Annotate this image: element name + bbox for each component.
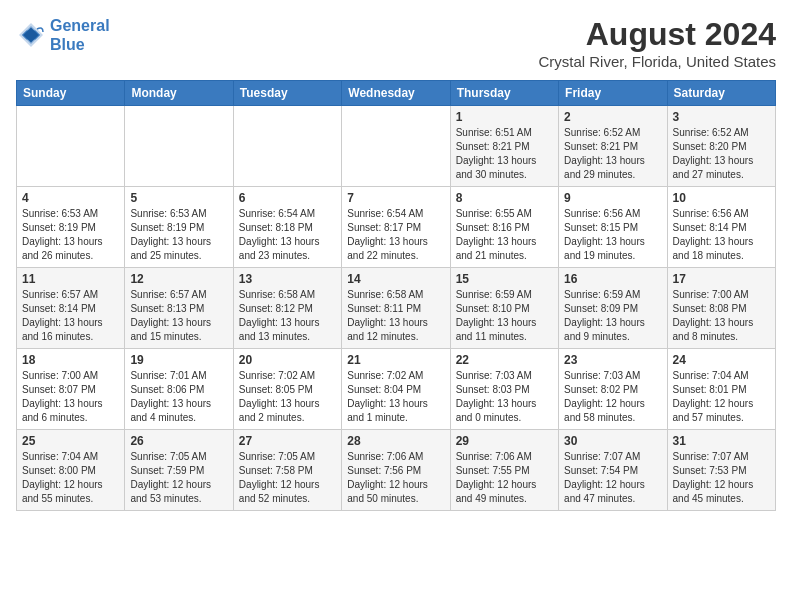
calendar-cell: 20Sunrise: 7:02 AM Sunset: 8:05 PM Dayli… <box>233 349 341 430</box>
days-header-row: SundayMondayTuesdayWednesdayThursdayFrid… <box>17 81 776 106</box>
day-number: 18 <box>22 353 119 367</box>
day-info: Sunrise: 7:03 AM Sunset: 8:03 PM Dayligh… <box>456 369 553 425</box>
day-number: 11 <box>22 272 119 286</box>
header-wednesday: Wednesday <box>342 81 450 106</box>
week-row-2: 4Sunrise: 6:53 AM Sunset: 8:19 PM Daylig… <box>17 187 776 268</box>
day-info: Sunrise: 7:06 AM Sunset: 7:55 PM Dayligh… <box>456 450 553 506</box>
calendar-cell: 31Sunrise: 7:07 AM Sunset: 7:53 PM Dayli… <box>667 430 775 511</box>
day-info: Sunrise: 6:54 AM Sunset: 8:17 PM Dayligh… <box>347 207 444 263</box>
day-info: Sunrise: 7:02 AM Sunset: 8:05 PM Dayligh… <box>239 369 336 425</box>
day-number: 10 <box>673 191 770 205</box>
day-number: 1 <box>456 110 553 124</box>
week-row-3: 11Sunrise: 6:57 AM Sunset: 8:14 PM Dayli… <box>17 268 776 349</box>
day-info: Sunrise: 6:54 AM Sunset: 8:18 PM Dayligh… <box>239 207 336 263</box>
day-info: Sunrise: 6:53 AM Sunset: 8:19 PM Dayligh… <box>130 207 227 263</box>
day-number: 8 <box>456 191 553 205</box>
header-thursday: Thursday <box>450 81 558 106</box>
calendar-cell: 4Sunrise: 6:53 AM Sunset: 8:19 PM Daylig… <box>17 187 125 268</box>
logo-line1: General <box>50 17 110 34</box>
header-tuesday: Tuesday <box>233 81 341 106</box>
calendar-cell: 13Sunrise: 6:58 AM Sunset: 8:12 PM Dayli… <box>233 268 341 349</box>
day-info: Sunrise: 6:53 AM Sunset: 8:19 PM Dayligh… <box>22 207 119 263</box>
day-info: Sunrise: 7:04 AM Sunset: 8:01 PM Dayligh… <box>673 369 770 425</box>
day-number: 19 <box>130 353 227 367</box>
calendar-cell: 2Sunrise: 6:52 AM Sunset: 8:21 PM Daylig… <box>559 106 667 187</box>
calendar-cell: 17Sunrise: 7:00 AM Sunset: 8:08 PM Dayli… <box>667 268 775 349</box>
day-number: 14 <box>347 272 444 286</box>
day-number: 2 <box>564 110 661 124</box>
calendar-cell: 30Sunrise: 7:07 AM Sunset: 7:54 PM Dayli… <box>559 430 667 511</box>
day-info: Sunrise: 7:05 AM Sunset: 7:58 PM Dayligh… <box>239 450 336 506</box>
calendar-cell: 18Sunrise: 7:00 AM Sunset: 8:07 PM Dayli… <box>17 349 125 430</box>
calendar-cell: 8Sunrise: 6:55 AM Sunset: 8:16 PM Daylig… <box>450 187 558 268</box>
day-number: 16 <box>564 272 661 286</box>
day-number: 25 <box>22 434 119 448</box>
calendar-cell: 26Sunrise: 7:05 AM Sunset: 7:59 PM Dayli… <box>125 430 233 511</box>
calendar-cell: 3Sunrise: 6:52 AM Sunset: 8:20 PM Daylig… <box>667 106 775 187</box>
day-info: Sunrise: 6:57 AM Sunset: 8:14 PM Dayligh… <box>22 288 119 344</box>
calendar-cell: 28Sunrise: 7:06 AM Sunset: 7:56 PM Dayli… <box>342 430 450 511</box>
logo-line2: Blue <box>50 36 85 53</box>
day-info: Sunrise: 7:05 AM Sunset: 7:59 PM Dayligh… <box>130 450 227 506</box>
day-info: Sunrise: 7:03 AM Sunset: 8:02 PM Dayligh… <box>564 369 661 425</box>
day-number: 12 <box>130 272 227 286</box>
week-row-5: 25Sunrise: 7:04 AM Sunset: 8:00 PM Dayli… <box>17 430 776 511</box>
day-info: Sunrise: 7:04 AM Sunset: 8:00 PM Dayligh… <box>22 450 119 506</box>
day-number: 7 <box>347 191 444 205</box>
day-info: Sunrise: 7:00 AM Sunset: 8:07 PM Dayligh… <box>22 369 119 425</box>
day-info: Sunrise: 6:59 AM Sunset: 8:10 PM Dayligh… <box>456 288 553 344</box>
calendar-cell: 15Sunrise: 6:59 AM Sunset: 8:10 PM Dayli… <box>450 268 558 349</box>
day-info: Sunrise: 7:06 AM Sunset: 7:56 PM Dayligh… <box>347 450 444 506</box>
day-info: Sunrise: 6:52 AM Sunset: 8:20 PM Dayligh… <box>673 126 770 182</box>
logo: General Blue <box>16 16 110 54</box>
day-number: 29 <box>456 434 553 448</box>
day-info: Sunrise: 6:56 AM Sunset: 8:14 PM Dayligh… <box>673 207 770 263</box>
week-row-4: 18Sunrise: 7:00 AM Sunset: 8:07 PM Dayli… <box>17 349 776 430</box>
calendar-cell: 24Sunrise: 7:04 AM Sunset: 8:01 PM Dayli… <box>667 349 775 430</box>
day-info: Sunrise: 7:01 AM Sunset: 8:06 PM Dayligh… <box>130 369 227 425</box>
calendar-cell: 11Sunrise: 6:57 AM Sunset: 8:14 PM Dayli… <box>17 268 125 349</box>
day-info: Sunrise: 7:07 AM Sunset: 7:54 PM Dayligh… <box>564 450 661 506</box>
day-number: 17 <box>673 272 770 286</box>
calendar-cell <box>17 106 125 187</box>
calendar-cell: 6Sunrise: 6:54 AM Sunset: 8:18 PM Daylig… <box>233 187 341 268</box>
day-number: 9 <box>564 191 661 205</box>
day-number: 23 <box>564 353 661 367</box>
day-number: 13 <box>239 272 336 286</box>
header: General Blue August 2024 Crystal River, … <box>16 16 776 70</box>
logo-text: General Blue <box>50 16 110 54</box>
calendar-cell: 19Sunrise: 7:01 AM Sunset: 8:06 PM Dayli… <box>125 349 233 430</box>
calendar-cell: 25Sunrise: 7:04 AM Sunset: 8:00 PM Dayli… <box>17 430 125 511</box>
day-info: Sunrise: 7:07 AM Sunset: 7:53 PM Dayligh… <box>673 450 770 506</box>
day-info: Sunrise: 6:57 AM Sunset: 8:13 PM Dayligh… <box>130 288 227 344</box>
header-sunday: Sunday <box>17 81 125 106</box>
day-info: Sunrise: 6:59 AM Sunset: 8:09 PM Dayligh… <box>564 288 661 344</box>
calendar-cell <box>342 106 450 187</box>
calendar-table: SundayMondayTuesdayWednesdayThursdayFrid… <box>16 80 776 511</box>
logo-icon <box>16 20 46 50</box>
day-number: 4 <box>22 191 119 205</box>
day-number: 26 <box>130 434 227 448</box>
page-subtitle: Crystal River, Florida, United States <box>538 53 776 70</box>
calendar-cell: 16Sunrise: 6:59 AM Sunset: 8:09 PM Dayli… <box>559 268 667 349</box>
day-number: 24 <box>673 353 770 367</box>
day-number: 20 <box>239 353 336 367</box>
calendar-cell: 1Sunrise: 6:51 AM Sunset: 8:21 PM Daylig… <box>450 106 558 187</box>
day-info: Sunrise: 6:58 AM Sunset: 8:12 PM Dayligh… <box>239 288 336 344</box>
calendar-cell: 23Sunrise: 7:03 AM Sunset: 8:02 PM Dayli… <box>559 349 667 430</box>
day-info: Sunrise: 6:55 AM Sunset: 8:16 PM Dayligh… <box>456 207 553 263</box>
day-number: 6 <box>239 191 336 205</box>
header-friday: Friday <box>559 81 667 106</box>
day-info: Sunrise: 7:02 AM Sunset: 8:04 PM Dayligh… <box>347 369 444 425</box>
calendar-cell: 12Sunrise: 6:57 AM Sunset: 8:13 PM Dayli… <box>125 268 233 349</box>
week-row-1: 1Sunrise: 6:51 AM Sunset: 8:21 PM Daylig… <box>17 106 776 187</box>
day-info: Sunrise: 6:56 AM Sunset: 8:15 PM Dayligh… <box>564 207 661 263</box>
calendar-cell <box>125 106 233 187</box>
page-title: August 2024 <box>538 16 776 53</box>
day-info: Sunrise: 6:52 AM Sunset: 8:21 PM Dayligh… <box>564 126 661 182</box>
day-number: 5 <box>130 191 227 205</box>
header-monday: Monday <box>125 81 233 106</box>
calendar-cell: 7Sunrise: 6:54 AM Sunset: 8:17 PM Daylig… <box>342 187 450 268</box>
calendar-cell: 22Sunrise: 7:03 AM Sunset: 8:03 PM Dayli… <box>450 349 558 430</box>
day-number: 22 <box>456 353 553 367</box>
